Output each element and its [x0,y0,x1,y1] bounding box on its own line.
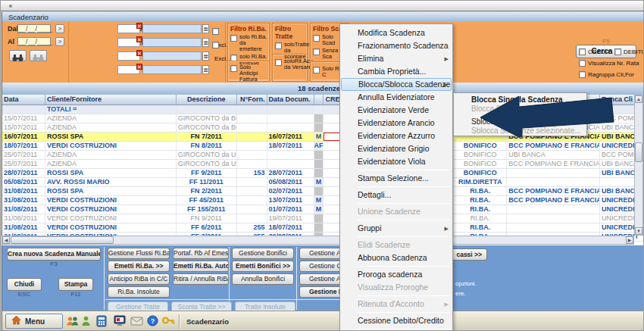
crediti-checkbox-box[interactable] [579,48,586,55]
table-row[interactable]: 25/07/2011AZIENDAGIROCONTO da UBI BA...B… [2,160,643,169]
action-button[interactable]: Anticipo RiBa in C/C [108,273,170,285]
cell-marker [314,114,324,123]
table-row[interactable]: 05/08/2011AVV. ROSSI MARIOFF 11/201105/0… [2,178,643,187]
stampa-button[interactable]: Stampa [58,278,93,291]
menu-item[interactable]: Cessione Debito/Credito [341,314,452,327]
menu-button[interactable]: Menu [5,314,63,329]
column-header-descr[interactable]: Descrizione [177,95,237,105]
lookup-list-icon[interactable]: ≣ [202,38,209,47]
menu-item[interactable]: Evidenziatore Verde [341,104,452,117]
column-header-nforn[interactable]: N°Forn. [237,95,267,105]
filter-checkbox[interactable]: Solo Anticipi Fattura [230,64,268,83]
excl-checkbox[interactable]: Excl. [212,38,227,65]
column-header-date[interactable]: Data [2,95,45,105]
ragruppa-clifor-box[interactable] [579,71,586,78]
menu-item[interactable]: Blocca/Sblocca Scadenze▶ [341,78,452,91]
action-button[interactable]: Gestione Bonifici [232,248,294,259]
search-binoculars-button[interactable] [9,50,27,61]
action-button[interactable]: Ritira / Annulla RiBa [173,273,229,285]
table-row[interactable]: 31/08/2011ROSSI SPAFN 2/201102/07/2011RI… [2,187,643,196]
action-button[interactable]: Emetti Ri.Ba. >> [108,261,170,272]
table-row[interactable]: 31/08/2011VERDI COSTRUZIONIFF 6/20112551… [2,223,643,233]
clear-field-icon[interactable]: ✕ [136,64,142,70]
excl-checkbox-box[interactable] [212,28,219,35]
column-header-marker[interactable] [314,95,324,105]
menu-item[interactable]: Abbuona Scadenza [341,251,452,264]
filter-checkbox[interactable]: soloRit.Acc da Versare [275,58,306,70]
field-value-display [142,52,202,61]
mail-icon[interactable] [130,315,143,327]
scroll-right-arrow[interactable]: ▶ [626,236,633,244]
horizontal-scrollbar[interactable]: ◀ ▶ [2,236,634,245]
user-icon[interactable] [81,315,94,327]
menu-item[interactable]: Elimina▶ [341,52,452,65]
vertical-scroll-thumb[interactable] [635,142,642,162]
action-button[interactable]: Emetti Ri.Ba. Auto [173,261,229,272]
menu-item[interactable]: Evidenziatore Grigio [341,142,452,155]
checkbox-box[interactable] [230,65,237,72]
column-header-datadoc[interactable]: Data Docum. [267,95,314,105]
menu-item[interactable]: Modifica Scadenza [341,27,452,39]
table-row[interactable]: 25/07/2011AZIENDAGIROCONTO da UBI BA...B… [2,151,643,160]
action-button[interactable]: Portaf. Rb Af Emessi [173,248,229,259]
filter-checkbox[interactable]: solo Ri.Ba. da emettere [230,34,268,52]
al-input[interactable]: __/__/____ [17,37,51,46]
menu-item[interactable]: Evidenziatore Arancio [341,117,452,130]
search-again-binoculars-button[interactable] [30,50,47,61]
checkbox-box[interactable] [275,42,282,49]
checkbox-box[interactable] [230,35,237,42]
table-row[interactable]: 31/08/2011VERDI COSTRUZIONIFN 9/201119/0… [2,214,643,223]
calculator-icon[interactable] [96,315,109,327]
horizontal-scroll-thumb[interactable] [11,236,114,244]
scroll-left-arrow[interactable]: ◀ [2,236,10,244]
checkbox-box[interactable] [275,59,282,66]
excl-checkbox-box[interactable] [212,42,219,48]
checkbox-box[interactable] [313,48,320,55]
monitor-icon[interactable] [114,315,127,327]
lookup-list-icon[interactable]: ≣ [202,24,209,33]
menu-item[interactable]: Cambia Proprietà... [341,65,452,78]
action-button[interactable]: Annulla Bonifici [232,273,294,285]
menu-item[interactable]: Gruppi▶ [341,222,452,235]
dal-input[interactable]: __/__/____ [17,24,51,33]
menu-item[interactable]: Dettagli... [341,189,452,201]
action-button[interactable]: Ri.Ba. Insolute [108,286,170,298]
chiudi-button[interactable]: Chiudi [7,278,42,291]
scroll-down-arrow[interactable]: ▼ [635,227,642,235]
lookup-list-icon[interactable]: ≣ [202,52,209,61]
crea-scadenza-button[interactable]: Crea nuova Scadenza Manuale [7,248,101,261]
menu-item[interactable]: Frazionamento Scadenza [341,39,452,52]
key-icon[interactable] [162,315,175,327]
lookup-list-icon[interactable]: ≣ [202,65,209,74]
menu-item[interactable]: Sblocca Singola Scadenza [455,117,586,126]
vertical-scrollbar[interactable]: ▲ ▼ [634,95,643,236]
checkbox-box[interactable] [313,35,320,42]
ragruppa-clifor-checkbox[interactable]: Ragruppa Cli,For [579,67,634,81]
visualizza-nr-rata-box[interactable] [579,60,586,67]
al-picker-button[interactable]: > [55,37,64,46]
field-value-display [142,24,202,33]
help-icon[interactable]: ? [147,315,160,327]
action-button[interactable]: Emetti Bonifici >> [232,261,294,272]
scroll-up-arrow[interactable]: ▲ [635,95,642,103]
menu-item[interactable]: Evidenziatore Viola [341,155,452,168]
menu-item[interactable]: Annulla Evidenziatore [341,91,452,104]
dal-picker-button[interactable]: > [55,24,64,33]
column-header-cliente[interactable]: Cliente/Fornitore [45,95,177,105]
table-row[interactable]: 31/08/2011VERDI COSTRUZIONIFF 155/201101… [2,205,643,214]
table-row[interactable]: 28/07/2011ROSSI SPAFF 9/201115328/07/201… [2,169,643,178]
action-button[interactable]: Gestione Flussi Ri.Ba. [108,248,170,259]
menu-item[interactable]: Evidenziatore Azzurro [341,130,452,142]
menu-item[interactable]: Blocca Singola Scadenza [455,95,586,105]
menu-item[interactable]: Stampa Selezione... [341,172,452,185]
clear-field-icon[interactable]: ✕ [136,50,142,56]
users-icon[interactable] [66,315,79,327]
clear-field-icon[interactable]: ✕ [136,36,142,42]
menu-item[interactable]: Proroga scadenza [341,268,452,281]
table-row[interactable]: 31/08/2011VERDI COSTRUZIONIFF 45/201113/… [2,196,643,205]
clear-field-icon[interactable]: ✕ [136,23,142,29]
debiti-checkbox-box[interactable] [614,48,621,55]
cell-nforn [237,142,267,150]
checkbox-box[interactable] [313,67,320,73]
table-row[interactable]: 18/07/2011VERDI COSTRUZIONIFN 8/201118/0… [2,142,643,151]
